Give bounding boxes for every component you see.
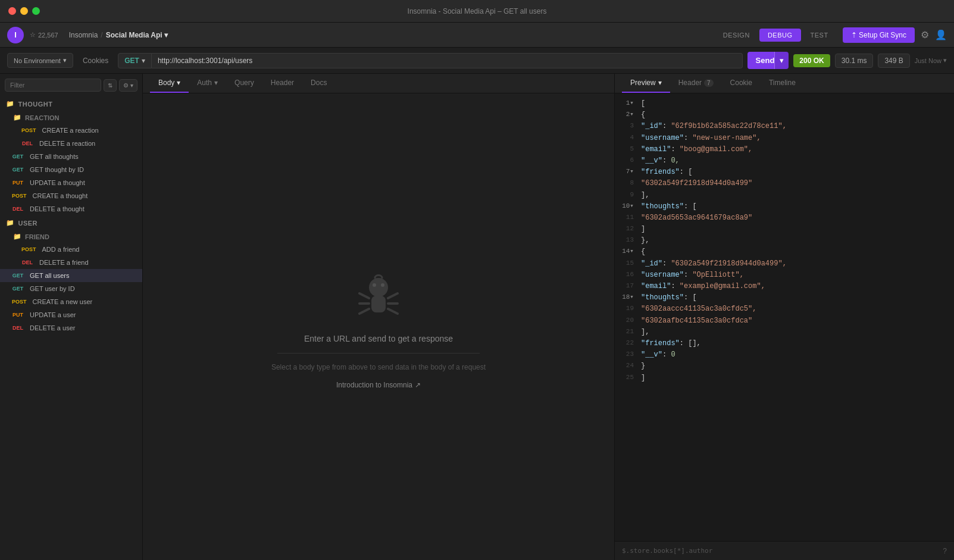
method-selector[interactable]: GET ▾ [118, 53, 152, 68]
sidebar-item-update-user[interactable]: PUT UPDATE a user [0, 308, 142, 321]
json-string: "example@gmail.com", [680, 282, 765, 290]
user-icon[interactable]: 👤 [935, 29, 947, 40]
subfolder-icon: 📁 [13, 114, 21, 121]
filter-input[interactable] [5, 79, 101, 92]
minimize-button[interactable] [20, 7, 28, 15]
json-bracket: { [641, 248, 645, 256]
tab-body[interactable]: Body ▾ [150, 74, 189, 93]
response-content: 1▾[2▾ {3 "_id": "62f9b1b62a585ac22d78ce1… [615, 93, 954, 541]
sidebar-item-delete-reaction[interactable]: DEL DELETE a reaction [0, 137, 142, 150]
method-badge-del: DEL [10, 324, 26, 331]
setup-git-button[interactable]: ⇡ Setup Git Sync [843, 27, 915, 43]
svg-line-4 [359, 309, 369, 314]
json-number: 0 [671, 351, 675, 359]
sidebar-item-update-thought[interactable]: PUT UPDATE a thought [0, 176, 142, 189]
line-content: } [641, 361, 645, 372]
breadcrumb-separator: / [101, 31, 102, 39]
subgroup-label-reaction: REACTION [25, 114, 59, 121]
tab-preview[interactable]: Preview ▾ [622, 74, 670, 93]
json-key: "username" [641, 134, 684, 142]
sidebar-item-get-user-by-id[interactable]: GET GET user by ID [0, 282, 142, 295]
response-line: 22 "friends": [], [622, 338, 947, 349]
item-label: DELETE a user [30, 324, 75, 331]
settings-icon[interactable]: ⚙ [921, 29, 929, 40]
tab-auth[interactable]: Auth ▾ [189, 74, 226, 93]
json-string: "62f9b1b62a585ac22d78ce11", [671, 122, 786, 130]
right-panel: Preview ▾ Header 7 Cookie Timeline 1▾[2▾… [615, 74, 954, 560]
json-bracket: ] [641, 225, 645, 233]
send-dropdown-button[interactable]: ▾ [774, 52, 789, 69]
sidebar-item-get-all-users[interactable]: GET GET all users [0, 269, 142, 282]
footer-help-icon[interactable]: ? [943, 547, 947, 555]
top-nav: I ☆ 22,567 Insomnia / Social Media Api ▾… [0, 23, 954, 48]
subgroup-header-reaction[interactable]: 📁 REACTION [0, 111, 142, 124]
tab-response-header[interactable]: Header 7 [670, 74, 722, 93]
footer-query[interactable]: $.store.books[*].author [622, 547, 712, 555]
line-number: 13 [622, 235, 641, 246]
response-line: 6 "__v": 0, [622, 155, 947, 167]
filter-more-button[interactable]: ⚙ ▾ [119, 79, 137, 92]
sidebar-item-create-reaction[interactable]: POST CREATE a reaction [0, 124, 142, 137]
sidebar-item-delete-friend[interactable]: DEL DELETE a friend [0, 256, 142, 269]
group-header-user[interactable]: 📁 USER [0, 215, 142, 230]
folder-icon: 📁 [6, 219, 15, 227]
tab-test[interactable]: TEST [802, 29, 837, 42]
response-line: 3 "_id": "62f9b1b62a585ac22d78ce11", [622, 121, 947, 132]
json-bracket: { [641, 111, 645, 119]
response-line: 14▾ { [622, 246, 947, 258]
environment-selector[interactable]: No Environment ▾ [7, 53, 73, 68]
response-line: 8 "6302a549f21918d944d0a499" [622, 178, 947, 189]
url-input[interactable] [152, 53, 743, 68]
line-content: "__v": 0 [641, 349, 675, 361]
item-label: UPDATE a user [30, 311, 76, 318]
item-label: CREATE a reaction [42, 127, 99, 134]
subgroup-header-friend[interactable]: 📁 FRIEND [0, 230, 142, 243]
line-number: 15 [622, 258, 641, 270]
response-line: 19 "6302aaccc41135ac3a0cfdc5", [622, 304, 947, 315]
json-key: "email" [641, 282, 671, 290]
center-sub: Select a body type from above to send da… [271, 363, 486, 371]
group-header-thought[interactable]: 📁 THOUGHT [0, 96, 142, 111]
line-content: ], [641, 327, 649, 338]
sidebar-item-delete-thought[interactable]: DEL DELETE a thought [0, 202, 142, 215]
breadcrumb-current[interactable]: Social Media Api ▾ [106, 31, 168, 39]
filter-sort-button[interactable]: ⇅ [104, 79, 117, 92]
svg-line-5 [388, 293, 398, 298]
star-count: 22,567 [38, 32, 58, 39]
json-bracket: } [641, 362, 645, 370]
line-content: "username": "OpElliott", [641, 270, 744, 281]
json-key: "__v" [641, 351, 662, 359]
sidebar-item-add-friend[interactable]: POST ADD a friend [0, 243, 142, 256]
window-title: Insomnia - Social Media Api – GET all us… [408, 7, 547, 15]
method-badge-put: PUT [10, 311, 26, 318]
sidebar-item-create-user[interactable]: POST CREATE a new user [0, 295, 142, 308]
tab-query[interactable]: Query [226, 74, 262, 93]
method-badge-put: PUT [10, 179, 26, 186]
tab-design[interactable]: DESIGN [715, 29, 758, 42]
center-hint: Enter a URL and send to get a response [304, 334, 453, 343]
size-badge: 349 B [878, 54, 909, 68]
response-line: 25 ] [622, 373, 947, 384]
sidebar-item-get-thought-by-id[interactable]: GET GET thought by ID [0, 163, 142, 176]
response-line: 7▾ "friends": [ [622, 167, 947, 178]
sidebar-group-user: 📁 USER 📁 FRIEND POST ADD a friend DEL DE… [0, 215, 142, 334]
send-button[interactable]: Send [747, 52, 775, 69]
tab-docs[interactable]: Docs [302, 74, 335, 93]
maximize-button[interactable] [32, 7, 40, 15]
tab-timeline[interactable]: Timeline [761, 74, 804, 93]
cookies-button[interactable]: Cookies [78, 54, 113, 67]
item-label: ADD a friend [42, 246, 80, 253]
item-label: GET all users [30, 272, 69, 279]
tab-cookie[interactable]: Cookie [722, 74, 761, 93]
tab-debug[interactable]: DEBUG [759, 29, 801, 42]
sidebar-item-delete-user[interactable]: DEL DELETE a user [0, 321, 142, 334]
method-badge-del: DEL [19, 259, 36, 266]
sidebar-item-create-thought[interactable]: POST CREATE a thought [0, 189, 142, 202]
close-button[interactable] [8, 7, 16, 15]
star-icon: ☆ [30, 31, 36, 39]
sidebar-item-get-all-thoughts[interactable]: GET GET all thoughts [0, 150, 142, 163]
breadcrumb-parent[interactable]: Insomnia [69, 31, 98, 39]
tab-header[interactable]: Header [262, 74, 302, 93]
intro-link[interactable]: Introduction to Insomnia ↗ [336, 381, 421, 389]
item-label: CREATE a new user [33, 298, 93, 305]
